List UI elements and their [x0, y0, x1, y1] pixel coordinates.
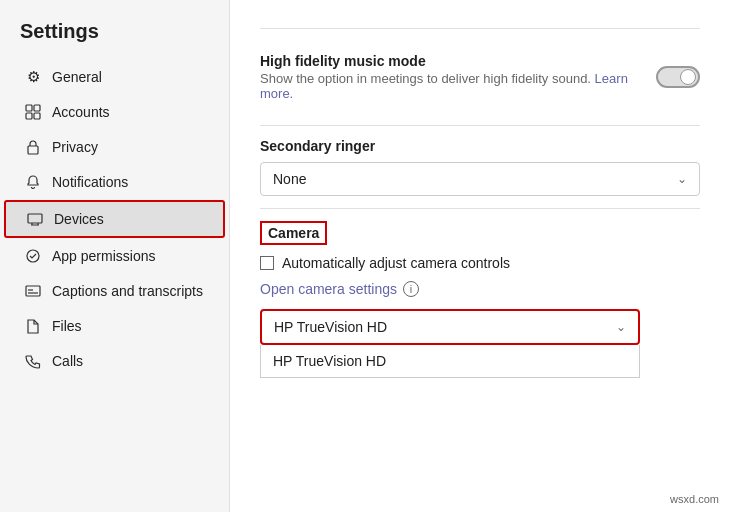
notifications-icon: [24, 173, 42, 191]
settings-title: Settings: [0, 16, 229, 59]
sidebar-item-label-notifications: Notifications: [52, 174, 128, 190]
sidebar-item-privacy[interactable]: Privacy: [4, 130, 225, 164]
general-icon: ⚙: [24, 68, 42, 86]
sidebar-item-app-permissions[interactable]: App permissions: [4, 239, 225, 273]
camera-option-value: HP TrueVision HD: [273, 353, 386, 369]
high-fidelity-info: High fidelity music mode Show the option…: [260, 53, 656, 101]
captions-icon: [24, 282, 42, 300]
auto-adjust-label: Automatically adjust camera controls: [282, 255, 510, 271]
svg-point-6: [27, 250, 39, 262]
sidebar-item-label-devices: Devices: [54, 211, 104, 227]
top-divider: [260, 28, 700, 29]
camera-divider: [260, 208, 700, 209]
svg-rect-5: [28, 214, 42, 223]
camera-header: Camera: [260, 221, 327, 245]
high-fidelity-description: Show the option in meetings to deliver h…: [260, 71, 656, 101]
camera-dropdown-value: HP TrueVision HD: [274, 319, 387, 335]
sidebar-item-calls[interactable]: Calls: [4, 344, 225, 378]
camera-dropdown-option[interactable]: HP TrueVision HD: [260, 345, 640, 378]
sidebar-item-label-accounts: Accounts: [52, 104, 110, 120]
svg-rect-4: [28, 146, 38, 154]
mid-divider: [260, 125, 700, 126]
sidebar-item-label-calls: Calls: [52, 353, 83, 369]
sidebar-item-label-general: General: [52, 69, 102, 85]
devices-icon: [26, 210, 44, 228]
high-fidelity-label: High fidelity music mode: [260, 53, 656, 69]
sidebar-item-label-app-permissions: App permissions: [52, 248, 156, 264]
camera-dropdown[interactable]: HP TrueVision HD ⌄: [260, 309, 640, 345]
secondary-ringer-dropdown[interactable]: None ⌄: [260, 162, 700, 196]
toggle-knob: [680, 69, 696, 85]
auto-adjust-checkbox[interactable]: [260, 256, 274, 270]
high-fidelity-toggle[interactable]: [656, 66, 700, 88]
chevron-down-icon: ⌄: [677, 172, 687, 186]
app-permissions-icon: [24, 247, 42, 265]
sidebar-item-label-files: Files: [52, 318, 82, 334]
accounts-icon: [24, 103, 42, 121]
camera-section: Camera Automatically adjust camera contr…: [260, 221, 700, 378]
sidebar-item-label-captions: Captions and transcripts: [52, 283, 203, 299]
secondary-ringer-value: None: [273, 171, 306, 187]
calls-icon: [24, 352, 42, 370]
svg-rect-2: [26, 113, 32, 119]
high-fidelity-row: High fidelity music mode Show the option…: [260, 41, 700, 113]
sidebar-item-captions[interactable]: Captions and transcripts: [4, 274, 225, 308]
sidebar-item-files[interactable]: Files: [4, 309, 225, 343]
auto-adjust-row: Automatically adjust camera controls: [260, 255, 700, 271]
open-camera-settings-row[interactable]: Open camera settings i: [260, 281, 700, 297]
sidebar-item-devices[interactable]: Devices: [4, 200, 225, 238]
sidebar-item-notifications[interactable]: Notifications: [4, 165, 225, 199]
open-camera-settings-link[interactable]: Open camera settings: [260, 281, 397, 297]
svg-rect-0: [26, 105, 32, 111]
svg-rect-3: [34, 113, 40, 119]
svg-rect-7: [26, 286, 40, 296]
svg-rect-1: [34, 105, 40, 111]
sidebar: Settings ⚙ General Accounts: [0, 0, 230, 512]
sidebar-item-accounts[interactable]: Accounts: [4, 95, 225, 129]
secondary-ringer-header: Secondary ringer: [260, 138, 700, 154]
watermark: wsxd.com: [667, 492, 722, 506]
info-icon: i: [403, 281, 419, 297]
camera-chevron-icon: ⌄: [616, 320, 626, 334]
privacy-icon: [24, 138, 42, 156]
sidebar-item-label-privacy: Privacy: [52, 139, 98, 155]
files-icon: [24, 317, 42, 335]
sidebar-item-general[interactable]: ⚙ General: [4, 60, 225, 94]
main-content: High fidelity music mode Show the option…: [230, 0, 730, 512]
